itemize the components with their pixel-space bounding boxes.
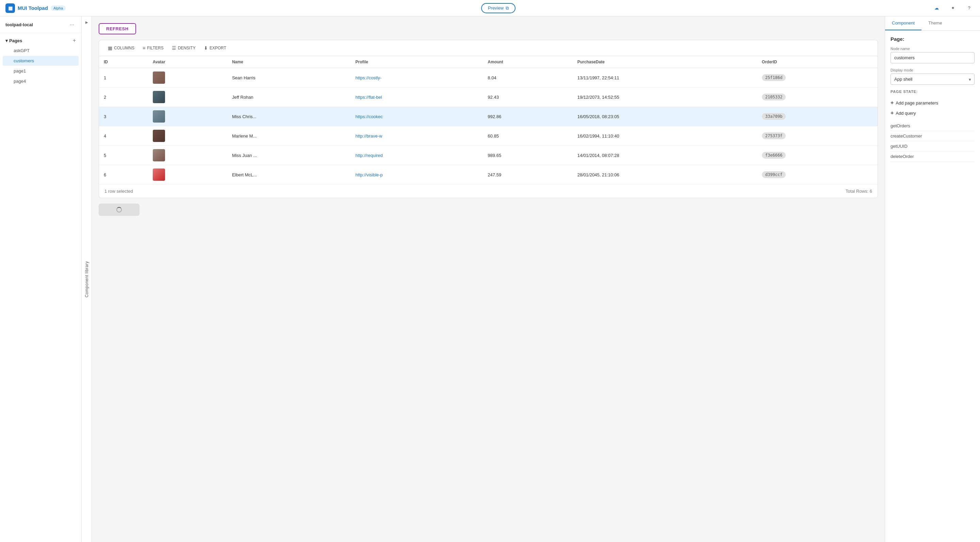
cell-amount: 8.04 <box>483 68 572 88</box>
cell-purchase-date: 16/05/2018, 08:23:05 <box>573 107 757 126</box>
topbar: ▦ MUI Toolpad Alpha Preview ⧉ ☁ ✦ ? <box>0 0 980 16</box>
columns-button[interactable]: ▦ COLUMNS <box>105 43 138 53</box>
collapse-icon[interactable]: ▾ <box>5 38 8 43</box>
project-name: toolpad-local <box>5 22 33 27</box>
cell-id: 3 <box>99 107 148 126</box>
query-item[interactable]: deleteOrder <box>891 151 975 162</box>
main-layout: toolpad-local ⋯ ▾ Pages + askGPT custome… <box>0 16 980 542</box>
table-footer: 1 row selected Total Rows: 6 <box>99 185 878 198</box>
add-page-icon[interactable]: + <box>73 38 76 43</box>
table-body: 1 Sean Harris https://costly- 8.04 13/11… <box>99 68 878 185</box>
cell-name: Elbert McL... <box>227 165 351 185</box>
add-page-parameters-button[interactable]: + Add page parameters <box>891 98 975 108</box>
query-list: getOrderscreateCustomergetUUIDdeleteOrde… <box>891 121 975 162</box>
component-library-panel[interactable]: ▶ Component library <box>82 16 92 542</box>
table-row[interactable]: 3 Miss Chris... https://cookec 992.86 16… <box>99 107 878 126</box>
cell-id: 5 <box>99 146 148 165</box>
cell-purchase-date: 13/11/1997, 22:54:11 <box>573 68 757 88</box>
table-row[interactable]: 5 Miss Juan ... http://required 989.65 1… <box>99 146 878 165</box>
cell-order-id: 25f186d <box>757 68 878 88</box>
page-item-customers[interactable]: customers <box>3 56 79 66</box>
table-row[interactable]: 6 Elbert McL... http://visible-p 247.59 … <box>99 165 878 185</box>
add-params-plus-icon: + <box>891 100 894 106</box>
query-item[interactable]: createCustomer <box>891 131 975 141</box>
query-item[interactable]: getOrders <box>891 121 975 131</box>
page-item-askgpt[interactable]: askGPT <box>3 46 79 56</box>
cell-id: 1 <box>99 68 148 88</box>
table-row[interactable]: 4 Marlene M... http://brave-w 60.85 16/0… <box>99 126 878 146</box>
cell-avatar <box>148 126 227 146</box>
cell-name: Miss Chris... <box>227 107 351 126</box>
total-rows-label: Total Rows: 6 <box>846 189 872 194</box>
cell-profile: http://visible-p <box>351 165 483 185</box>
preview-icon: ⧉ <box>506 5 509 11</box>
export-button[interactable]: ⬇ EXPORT <box>200 43 230 53</box>
cell-purchase-date: 28/01/2045, 21:10:06 <box>573 165 757 185</box>
help-icon[interactable]: ? <box>964 3 975 14</box>
cell-purchase-date: 19/12/2073, 14:52:55 <box>573 88 757 107</box>
display-mode-select[interactable]: App shell No shell <box>891 73 975 85</box>
col-header-purchasedate: PurchaseDate <box>573 56 757 68</box>
col-header-name: Name <box>227 56 351 68</box>
refresh-button[interactable]: REFRESH <box>99 23 136 34</box>
cell-order-id: d399ccf <box>757 165 878 185</box>
pages-section: ▾ Pages + askGPT customers page1 page4 <box>0 33 81 89</box>
cell-name: Miss Juan ... <box>227 146 351 165</box>
tab-theme[interactable]: Theme <box>921 16 949 30</box>
cloud-icon[interactable]: ☁ <box>931 3 942 14</box>
node-name-input[interactable] <box>891 52 975 63</box>
preview-button[interactable]: Preview ⧉ <box>481 3 515 13</box>
cell-order-id: 2105332 <box>757 88 878 107</box>
display-mode-label: Display mode <box>891 68 975 72</box>
display-mode-select-wrap: App shell No shell ▾ <box>891 73 975 85</box>
cell-order-id: f3e6666 <box>757 146 878 165</box>
cell-order-id: 33a709b <box>757 107 878 126</box>
page-section-title: Page: <box>891 36 975 42</box>
sidebar-actions: ⋯ <box>68 21 76 29</box>
cell-id: 2 <box>99 88 148 107</box>
spinner-icon <box>116 207 122 212</box>
density-icon: ☰ <box>172 45 176 51</box>
add-query-button[interactable]: + Add query <box>891 108 975 118</box>
filters-button[interactable]: ≡ FILTERS <box>139 43 167 53</box>
cell-avatar <box>148 165 227 185</box>
cell-amount: 92.43 <box>483 88 572 107</box>
table-row[interactable]: 1 Sean Harris https://costly- 8.04 13/11… <box>99 68 878 88</box>
cell-profile: https://flat-bel <box>351 88 483 107</box>
table-header-row: ID Avatar Name Profile Amount PurchaseDa… <box>99 56 878 68</box>
pages-header: ▾ Pages + <box>0 36 81 45</box>
col-header-id: ID <box>99 56 148 68</box>
cell-avatar <box>148 88 227 107</box>
cell-profile: http://brave-w <box>351 126 483 146</box>
query-item[interactable]: getUUID <box>891 141 975 151</box>
alpha-badge: Alpha <box>51 5 66 11</box>
more-options-icon[interactable]: ⋯ <box>68 21 76 29</box>
loading-button[interactable] <box>99 204 140 216</box>
col-header-avatar: Avatar <box>148 56 227 68</box>
right-panel-tabs: Component Theme <box>885 16 980 31</box>
logo: ▦ MUI Toolpad Alpha <box>5 3 66 13</box>
cell-name: Sean Harris <box>227 68 351 88</box>
logo-icon: ▦ <box>5 3 15 13</box>
page-item-page1[interactable]: page1 <box>3 66 79 76</box>
cell-amount: 989.65 <box>483 146 572 165</box>
density-button[interactable]: ☰ DENSITY <box>169 43 199 53</box>
settings-icon[interactable]: ✦ <box>947 3 958 14</box>
export-icon: ⬇ <box>204 45 208 51</box>
cell-purchase-date: 14/01/2014, 08:07:28 <box>573 146 757 165</box>
col-header-amount: Amount <box>483 56 572 68</box>
page-item-page4[interactable]: page4 <box>3 76 79 86</box>
cell-name: Jeff Rohan <box>227 88 351 107</box>
tab-component[interactable]: Component <box>885 16 921 30</box>
right-panel-content: Page: Node name Display mode App shell N… <box>885 31 980 542</box>
col-header-orderid: OrderID <box>757 56 878 68</box>
cell-id: 4 <box>99 126 148 146</box>
topbar-right: ☁ ✦ ? <box>931 3 975 14</box>
filters-icon: ≡ <box>143 45 145 51</box>
pages-label: ▾ Pages <box>5 38 22 43</box>
cell-avatar <box>148 68 227 88</box>
table-row[interactable]: 2 Jeff Rohan https://flat-bel 92.43 19/1… <box>99 88 878 107</box>
right-panel: Component Theme Page: Node name Display … <box>885 16 980 542</box>
cell-amount: 60.85 <box>483 126 572 146</box>
sidebar: toolpad-local ⋯ ▾ Pages + askGPT custome… <box>0 16 82 542</box>
